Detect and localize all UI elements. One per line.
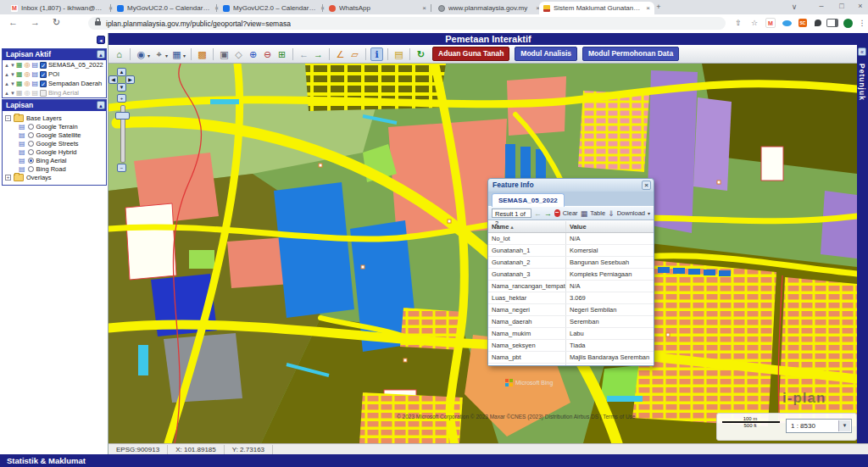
tab-mygov-search[interactable]: MyGovUC2.0 – Calendar - Search × (113, 2, 223, 14)
tab-gmail[interactable]: M Inbox (1,807) - ikhwan@planma... × (7, 2, 117, 14)
basemap-icon[interactable]: ◉ (135, 47, 147, 61)
layer-zoom-icon[interactable]: ◎ (25, 70, 31, 78)
layer-zoom-icon[interactable]: ◎ (25, 61, 31, 69)
expand-legend-button[interactable]: « (858, 47, 866, 56)
tab-search-chevron-icon[interactable]: ∨ (788, 3, 800, 11)
forward-icon[interactable]: → (31, 17, 40, 27)
side-panel-icon[interactable] (826, 17, 838, 29)
tab-mygov-sept[interactable]: MyGovUC2.0 – Calendar - Septe... × (219, 2, 329, 14)
expand-node-icon[interactable]: + (5, 175, 11, 181)
col-value-header[interactable]: Value (566, 221, 654, 232)
active-layer-row[interactable]: ▲▼ ▦◎ ▤ ✓ Bing Aerial (3, 88, 106, 97)
active-layer-row[interactable]: ▲▼ ▦◎ ▤ ✓ POI (3, 69, 106, 79)
previous-extent-icon[interactable]: ← (298, 47, 310, 61)
base-layer-option[interactable]: ▤ Google Hybrid (5, 147, 106, 156)
base-layer-option[interactable]: ▤ Bing Aerial (5, 156, 106, 164)
zoom-in-icon[interactable]: ⊕ (247, 47, 259, 61)
attribute-row[interactable]: Nama_seksyenTiada (488, 340, 654, 352)
collapse-panel-icon[interactable]: ▴ (97, 50, 105, 58)
gmail-extension-icon[interactable]: M (765, 17, 776, 29)
attribute-row[interactable]: Luas_hektar3.069 (488, 292, 654, 304)
layer-zoom-icon[interactable]: ◎ (25, 80, 31, 87)
attribute-row[interactable]: No_lotN/A (488, 233, 654, 245)
pan-south-button[interactable]: ▼ (117, 83, 126, 92)
dropdown-caret-icon[interactable]: ▾ (165, 53, 168, 58)
zoom-out-button[interactable]: − (117, 164, 126, 172)
lapisan-aktif-header[interactable]: Lapisan Aktif ▴ (3, 49, 106, 60)
move-up-icon[interactable]: ▲ (4, 72, 8, 77)
new-tab-button[interactable]: + (653, 3, 665, 11)
layer-zoom-icon[interactable]: ◎ (25, 89, 31, 97)
bookmark-star-icon[interactable]: ☆ (748, 17, 760, 29)
base-layer-option[interactable]: ▤ Bing Road (5, 164, 106, 173)
aduan-guna-tanah-button[interactable]: Aduan Guna Tanah (432, 47, 509, 61)
layer-style-icon[interactable]: ▦ (16, 70, 23, 78)
move-down-icon[interactable]: ▼ (10, 81, 14, 86)
next-result-icon[interactable]: → (544, 209, 552, 218)
download-button[interactable]: Download (617, 209, 645, 217)
address-bar[interactable]: iplan.planmalaysia.gov.my/public/geoport… (88, 17, 726, 30)
base-layer-radio[interactable] (28, 132, 34, 138)
identify-icon[interactable]: ℹ (370, 47, 383, 61)
move-up-icon[interactable]: ▲ (4, 81, 8, 86)
pan-north-button[interactable]: ▲ (117, 68, 126, 76)
attribute-row[interactable]: Nama_negeriNegeri Sembilan (488, 304, 654, 316)
layers-icon[interactable]: ▦ (170, 47, 183, 61)
full-extent-icon[interactable]: ⊞ (275, 47, 288, 61)
attribute-row[interactable]: Nama_pbtMajlis Bandaraya Seremban (488, 352, 654, 364)
layer-checkbox[interactable]: ✓ (40, 62, 47, 69)
tree-group-base-layers[interactable]: − Base Layers (5, 114, 106, 122)
table-button[interactable]: Table (590, 209, 605, 217)
extensions-pin-icon[interactable] (812, 17, 824, 29)
tab-whatsapp[interactable]: WhatsApp × (325, 2, 431, 14)
move-down-icon[interactable]: ▼ (10, 72, 14, 77)
pan-icon[interactable]: ◇ (232, 47, 245, 61)
attribute-row[interactable]: Tahun_data2022 (488, 364, 654, 365)
refresh-icon[interactable]: ↻ (415, 47, 427, 61)
pan-west-button[interactable]: ◀ (108, 75, 118, 84)
search-icon[interactable]: ⌖ (153, 47, 165, 61)
move-down-icon[interactable]: ▼ (10, 91, 14, 96)
landuse-map-canvas[interactable] (108, 64, 857, 443)
window-minimize-button[interactable]: – (815, 2, 827, 10)
base-layer-option[interactable]: ▤ Google Satellite (5, 131, 106, 139)
map-image-icon[interactable]: ▩ (196, 47, 209, 61)
legend-strip-label[interactable]: Petunjuk (858, 64, 866, 101)
previous-result-icon[interactable]: ← (534, 209, 542, 218)
tab-active-iplan[interactable]: Sistem Maklumat Gunatanah Pe... × (539, 2, 654, 14)
tab-planmalaysia[interactable]: www.planmalaysia.gov.my × (434, 2, 544, 14)
browser-menu-icon[interactable]: ⋮ (856, 17, 868, 29)
map-viewport[interactable] (108, 64, 857, 443)
download-icon[interactable]: ⇓ (608, 209, 615, 218)
secure-lock-icon[interactable] (95, 21, 101, 25)
measure-distance-icon[interactable]: ∠ (334, 47, 347, 61)
statistik-maklumat-bar[interactable]: Statistik & Maklumat (0, 454, 868, 467)
collapse-node-icon[interactable]: − (5, 115, 11, 121)
zoom-in-button[interactable]: + (117, 94, 126, 103)
dropdown-caret-icon[interactable]: ▾ (648, 210, 650, 216)
move-down-icon[interactable]: ▼ (10, 63, 14, 68)
base-layer-radio[interactable] (28, 166, 34, 172)
sc-extension-icon[interactable]: SC (797, 17, 809, 29)
print-icon[interactable]: ▤ (392, 47, 405, 61)
active-layer-row[interactable]: ▲▼ ▦◎ ▤ ✓ Sempadan Daerah (3, 79, 106, 88)
collapse-sidebar-button[interactable]: ◂ (97, 36, 105, 44)
scale-select[interactable]: 1 : 8530 ▼ (786, 419, 852, 433)
profile-avatar[interactable] (842, 17, 854, 29)
modul-permohonan-data-button[interactable]: Modul Permohonan Data (582, 47, 679, 61)
home-icon[interactable]: ⌂ (113, 47, 125, 61)
layer-checkbox[interactable]: ✓ (40, 81, 47, 87)
table-icon[interactable]: ▦ (581, 209, 588, 218)
layer-style-icon[interactable]: ▦ (16, 61, 23, 69)
attribute-row[interactable]: Gunatanah_3Kompleks Perniagaan (488, 269, 654, 281)
clear-button[interactable]: Clear (563, 209, 578, 217)
layer-style-icon[interactable]: ▦ (16, 80, 23, 87)
next-extent-icon[interactable]: → (312, 47, 325, 61)
base-layer-option[interactable]: ▤ Google Streets (5, 139, 106, 147)
measure-area-icon[interactable]: ▱ (348, 47, 361, 61)
tab-semasa[interactable]: SEMASA_05_2022 (492, 193, 565, 207)
attribute-row[interactable]: Nama_daerahSeremban (488, 316, 654, 328)
tab-close-icon[interactable]: × (646, 4, 650, 12)
select-icon[interactable]: ▣ (218, 47, 231, 61)
attribute-row[interactable]: Nama_mukimLabu (488, 328, 654, 340)
